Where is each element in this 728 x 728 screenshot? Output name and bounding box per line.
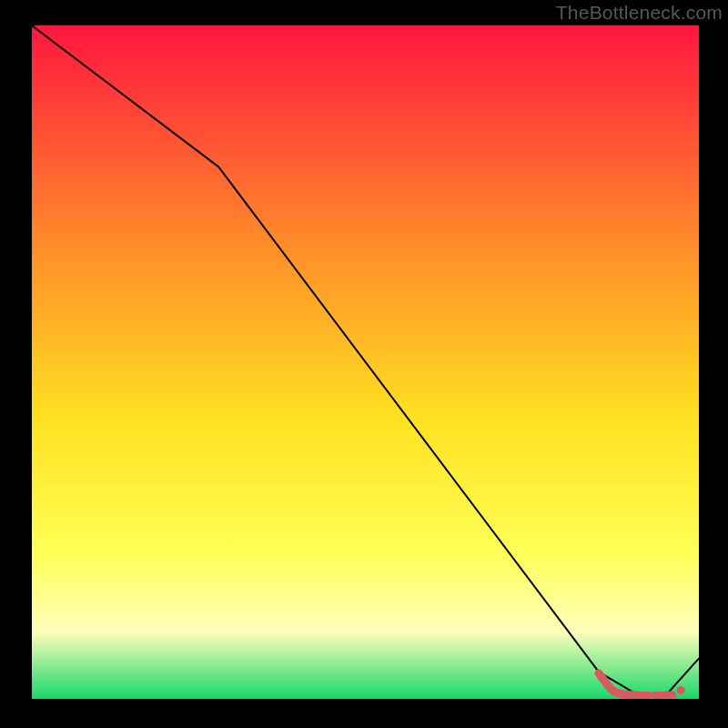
plot-area bbox=[32, 25, 699, 699]
chart-frame: TheBottleneck.com bbox=[0, 0, 728, 728]
watermark-text: TheBottleneck.com bbox=[556, 2, 723, 24]
chart-svg bbox=[32, 25, 699, 699]
marker-end-dot bbox=[677, 686, 685, 694]
